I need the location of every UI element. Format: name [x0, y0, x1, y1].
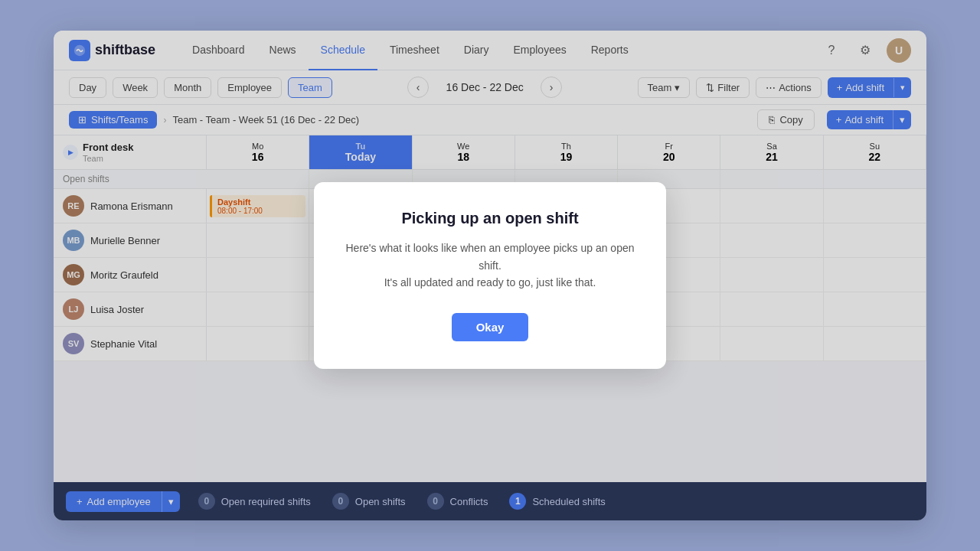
- modal-title: Picking up an open shift: [345, 210, 635, 227]
- modal-overlay: Picking up an open shift Here's what it …: [0, 0, 980, 551]
- modal-ok-btn[interactable]: Okay: [452, 313, 529, 341]
- modal-body: Here's what it looks like when an employ…: [345, 240, 635, 291]
- modal: Picking up an open shift Here's what it …: [314, 182, 666, 368]
